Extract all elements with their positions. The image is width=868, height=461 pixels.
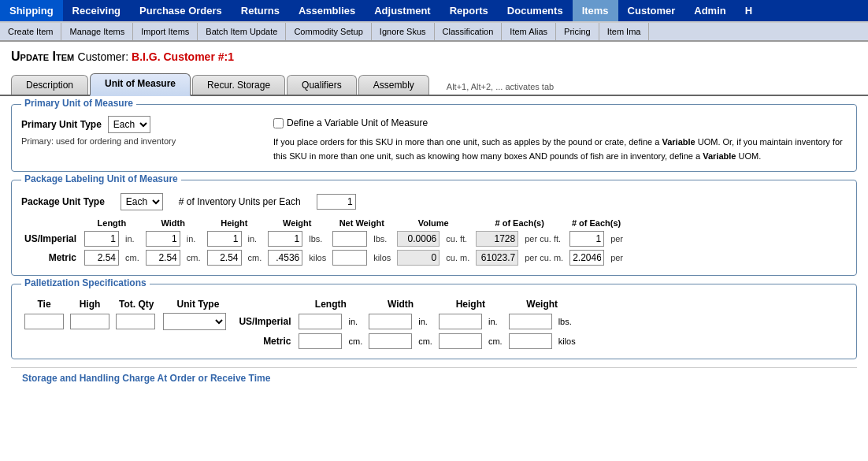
tab-assembly[interactable]: Assembly	[358, 75, 429, 95]
col-length: Length	[81, 217, 143, 229]
pallet-metric-width-input[interactable]	[369, 333, 412, 349]
imperial-width-input[interactable]	[146, 231, 180, 247]
primary-uom-section: Primary Unit of Measure Primary Unit Typ…	[11, 104, 857, 172]
pallet-metric-height-input[interactable]	[439, 333, 482, 349]
imperial-row: US/Imperial in. in. in. lbs. lbs. cu. ft…	[21, 229, 626, 248]
nav-adjustment[interactable]: Adjustment	[365, 0, 440, 21]
pallet-imperial-length-input[interactable]	[299, 314, 342, 329]
measurements-table: Length Width Height Weight Net Weight Vo…	[21, 217, 626, 267]
metric-each1-unit: per cu. m.	[521, 248, 566, 267]
variable-uom-checkbox[interactable]	[273, 118, 284, 128]
subnav-batch-item-update[interactable]: Batch Item Update	[198, 23, 286, 40]
metric-height-input[interactable]	[207, 250, 242, 266]
pallet-imperial-weight-unit: lbs.	[555, 311, 579, 332]
subnav-ignore-skus[interactable]: Ignore Skus	[372, 23, 435, 40]
primary-type-select[interactable]: Each	[108, 116, 150, 133]
pallet-metric-label: Metric	[236, 332, 295, 351]
metric-weight-input[interactable]	[268, 250, 302, 266]
pallet-col-unittype: Unit Type	[160, 297, 236, 311]
pallet-imperial-weight-input[interactable]	[509, 314, 552, 329]
pallet-col-width: Width	[365, 297, 436, 311]
nav-h[interactable]: H	[736, 0, 762, 21]
col-weight: Weight	[265, 217, 329, 229]
subnav-classification[interactable]: Classification	[435, 23, 503, 40]
pallet-metric-length-input[interactable]	[299, 333, 342, 349]
tab-description[interactable]: Description	[11, 75, 88, 95]
subnav-create-item[interactable]: Create Item	[0, 23, 61, 40]
subnav-commodity-setup[interactable]: Commodity Setup	[286, 23, 371, 40]
metric-length-input[interactable]	[84, 250, 119, 266]
imperial-height-input[interactable]	[207, 231, 242, 247]
metric-weight-unit: kilos	[306, 248, 329, 267]
pallet-imperial-height-input[interactable]	[439, 314, 482, 329]
pallet-col-tie: Tie	[21, 297, 67, 311]
pallet-imperial-label: US/Imperial	[236, 311, 295, 332]
tab-bar: Description Unit of Measure Recur. Stora…	[0, 69, 868, 96]
metric-width-input[interactable]	[146, 250, 180, 266]
tab-qualifiers[interactable]: Qualifiers	[287, 75, 357, 95]
nav-admin[interactable]: Admin	[684, 0, 735, 21]
metric-width-unit: cm.	[184, 248, 204, 267]
imperial-each1-unit: per cu. ft.	[521, 229, 566, 248]
imperial-weight-input[interactable]	[268, 231, 302, 247]
pallet-col-length: Length	[295, 297, 365, 311]
imperial-volume-input	[397, 231, 440, 247]
metric-each1-input	[476, 250, 518, 266]
subnav-item-ima[interactable]: Item Ima	[599, 23, 650, 40]
col-net-weight: Net Weight	[329, 217, 394, 229]
pallet-metric-weight-input[interactable]	[509, 333, 552, 349]
metric-net-weight-input[interactable]	[332, 250, 367, 266]
pkg-type-select[interactable]: Each	[121, 193, 163, 210]
inv-per-input[interactable]	[317, 194, 356, 210]
metric-each2-unit: per	[607, 248, 626, 267]
variable-uom-label: Define a Variable Unit of Measure	[287, 116, 428, 131]
imperial-label: US/Imperial	[21, 229, 81, 248]
subnav-item-alias[interactable]: Item Alias	[502, 23, 556, 40]
palletization-title: Palletization Specifications	[21, 277, 150, 288]
tab-unit-of-measure[interactable]: Unit of Measure	[90, 73, 191, 96]
nav-shipping[interactable]: Shipping	[0, 0, 63, 21]
nav-documents[interactable]: Documents	[498, 0, 573, 21]
metric-each2-input[interactable]	[569, 250, 604, 266]
metric-height-unit: cm.	[245, 248, 265, 267]
pallet-metric-row: Metric cm. cm. cm. kilos	[21, 332, 579, 351]
pallet-col-high: High	[67, 297, 113, 311]
tab-recur-storage[interactable]: Recur. Storage	[192, 75, 285, 95]
pallet-tie-input[interactable]	[24, 314, 64, 329]
primary-uom-left: Primary Unit Type Each Primary: used for…	[21, 116, 258, 163]
subnav-manage-items[interactable]: Manage Items	[61, 23, 133, 40]
pkg-type-label: Package Unit Type	[21, 196, 105, 207]
nav-purchase-orders[interactable]: Purchase Orders	[130, 0, 232, 21]
nav-returns[interactable]: Returns	[232, 0, 289, 21]
imperial-length-input[interactable]	[84, 231, 119, 247]
col-each2: # of Each(s)	[566, 217, 626, 229]
subnav-pricing[interactable]: Pricing	[556, 23, 599, 40]
pallet-high-input[interactable]	[70, 314, 109, 329]
col-each1: # of Each(s)	[473, 217, 566, 229]
col-height: Height	[204, 217, 265, 229]
imperial-each2-input[interactable]	[569, 231, 604, 247]
imperial-net-weight-unit: lbs.	[370, 229, 394, 248]
pallet-imperial-width-input[interactable]	[369, 314, 412, 329]
main-content: Primary Unit of Measure Primary Unit Typ…	[0, 96, 868, 396]
nav-assemblies[interactable]: Assemblies	[289, 0, 365, 21]
pallet-totqty-input[interactable]	[116, 314, 155, 329]
nav-customer[interactable]: Customer	[618, 0, 685, 21]
metric-volume-unit: cu. m.	[443, 248, 473, 267]
nav-reports[interactable]: Reports	[440, 0, 498, 21]
pallet-imperial-row: US/Imperial in. in. in. lbs.	[21, 311, 579, 332]
pallet-metric-length-unit: cm.	[345, 332, 365, 351]
page-title: Update Item	[11, 50, 74, 63]
nav-items[interactable]: Items	[573, 0, 618, 21]
primary-uom-title: Primary Unit of Measure	[21, 98, 136, 109]
imperial-each2-unit: per	[607, 229, 626, 248]
pallet-imperial-length-unit: in.	[345, 311, 365, 332]
imperial-net-weight-input[interactable]	[332, 231, 367, 247]
pallet-unittype-select[interactable]	[163, 313, 226, 330]
metric-volume-input	[397, 250, 440, 266]
nav-receiving[interactable]: Receiving	[63, 0, 130, 21]
sub-navigation: Create Item Manage Items Import Items Ba…	[0, 23, 868, 42]
metric-net-weight-unit: kilos	[370, 248, 394, 267]
subnav-import-items[interactable]: Import Items	[133, 23, 198, 40]
storage-section-title: Storage and Handling Charge At Order or …	[11, 367, 857, 389]
